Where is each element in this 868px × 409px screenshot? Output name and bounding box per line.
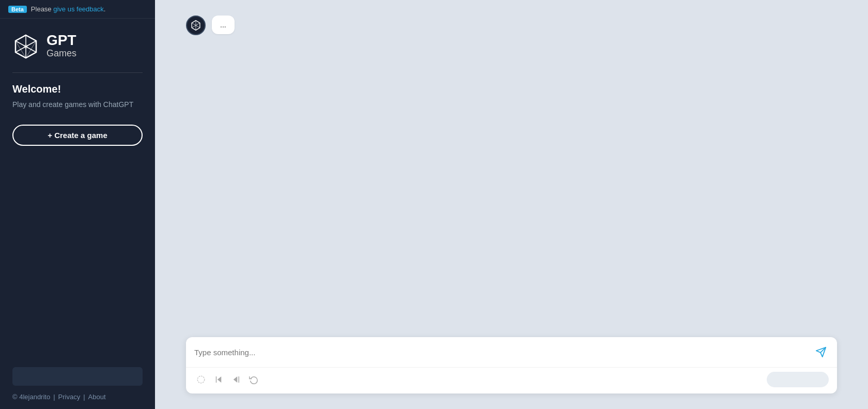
user-bar	[12, 367, 143, 386]
beta-bar: Beta Please give us feedback.	[0, 0, 155, 19]
feedback-text: Please give us feedback.	[31, 5, 106, 13]
chat-bottom	[155, 337, 868, 409]
logo-section: GPT Games	[0, 19, 155, 70]
prev-button[interactable]	[229, 373, 243, 386]
sidebar: Beta Please give us feedback. GPT Games …	[0, 0, 155, 409]
feedback-link[interactable]: give us feedback	[53, 5, 104, 13]
chat-area: ...	[155, 0, 868, 337]
input-container	[186, 337, 837, 393]
toolbar-right-controls	[767, 372, 829, 387]
welcome-title: Welcome!	[12, 83, 143, 95]
footer-links: © 4lejandrito | Privacy | About	[12, 393, 143, 401]
logo-text: GPT Games	[47, 33, 76, 59]
svg-point-6	[24, 44, 28, 49]
message-bubble: ...	[212, 16, 235, 34]
logo-icon	[12, 33, 39, 60]
logo-games-text: Games	[47, 48, 76, 59]
logo-gpt-text: GPT	[47, 33, 76, 48]
welcome-section: Welcome! Play and create games with Chat…	[0, 83, 155, 123]
create-game-button[interactable]: + Create a game	[12, 125, 143, 146]
loading-indicator	[194, 373, 208, 386]
message-row: ...	[155, 16, 868, 35]
svg-rect-13	[239, 376, 240, 383]
chat-input[interactable]	[194, 348, 813, 357]
beta-badge: Beta	[8, 6, 27, 13]
skip-back-button[interactable]	[212, 373, 225, 386]
main-content: ...	[155, 0, 868, 409]
bot-avatar	[186, 16, 206, 35]
send-icon	[815, 346, 827, 358]
svg-rect-12	[216, 376, 217, 383]
send-button[interactable]	[813, 344, 829, 360]
sidebar-bottom: © 4lejandrito | Privacy | About	[0, 359, 155, 409]
footer-copyright: © 4lejandrito	[12, 393, 50, 401]
sidebar-spacer	[0, 146, 155, 359]
footer-privacy-link[interactable]: Privacy	[58, 393, 81, 401]
message-text: ...	[220, 21, 226, 29]
input-row	[186, 337, 837, 367]
footer-about-link[interactable]: About	[88, 393, 106, 401]
welcome-desc: Play and create games with ChatGPT	[12, 99, 143, 110]
sidebar-divider	[12, 72, 143, 73]
toolbar-row	[186, 367, 837, 393]
refresh-button[interactable]	[247, 373, 260, 386]
svg-point-11	[197, 376, 205, 383]
